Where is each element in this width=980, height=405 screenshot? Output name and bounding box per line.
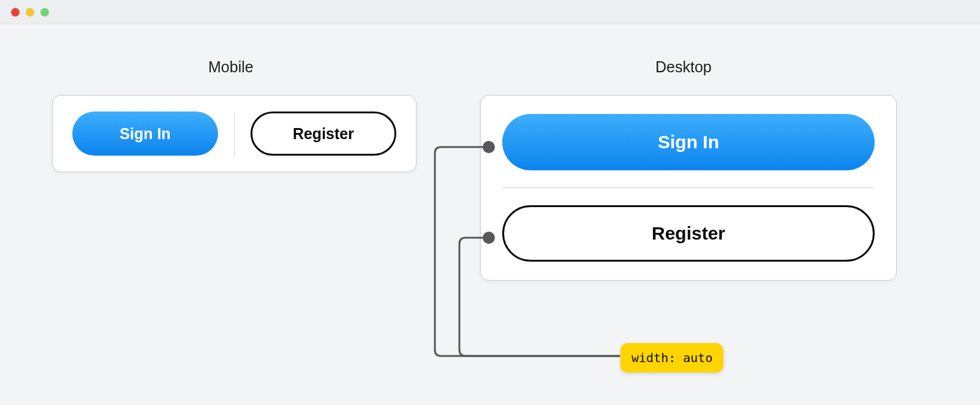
sign-in-button[interactable]: Sign In (502, 114, 875, 170)
desktop-column-title: Desktop (655, 58, 712, 76)
mobile-card: Sign In Register (52, 95, 417, 172)
vertical-separator (234, 112, 235, 156)
register-button[interactable]: Register (251, 112, 396, 156)
register-button[interactable]: Register (502, 205, 875, 262)
desktop-card: Sign In Register (480, 95, 897, 281)
sign-in-button[interactable]: Sign In (72, 112, 218, 156)
width-auto-annotation: width: auto (620, 343, 723, 373)
window-titlebar (0, 0, 980, 25)
window-close-icon[interactable] (11, 8, 20, 17)
window-zoom-icon[interactable] (40, 8, 49, 17)
diagram-stage: Mobile Desktop Sign In Register Sign In … (0, 25, 980, 405)
horizontal-separator (502, 187, 875, 188)
window-minimize-icon[interactable] (26, 8, 34, 17)
mobile-column-title: Mobile (208, 58, 254, 76)
